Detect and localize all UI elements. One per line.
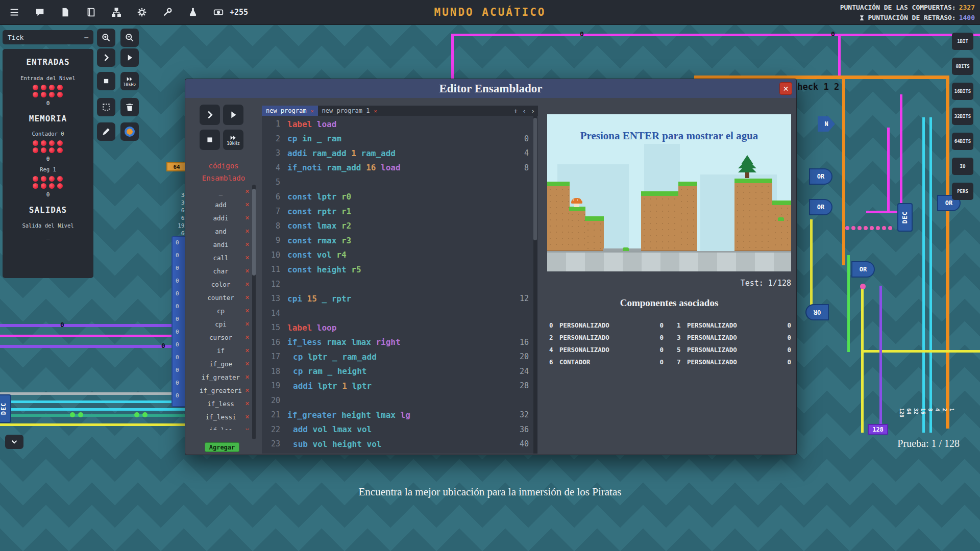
new-tab-button[interactable]: + xyxy=(514,107,518,115)
editor-tab[interactable]: new_program✕ xyxy=(262,106,318,116)
menu-icon[interactable] xyxy=(8,6,20,18)
asm-fast-forward-button[interactable]: 10kHz xyxy=(223,130,243,150)
code-line[interactable]: 13cpi 15 _ rptr12 xyxy=(262,291,538,306)
play-button[interactable] xyxy=(120,48,139,67)
opcode-item[interactable]: add✕ xyxy=(191,198,251,211)
delete-button[interactable] xyxy=(120,98,139,116)
remove-opcode-icon[interactable]: ✕ xyxy=(245,202,250,208)
code-line[interactable]: 24addi rptr 1 rptr44 xyxy=(262,452,538,454)
code-line[interactable]: 21if_greater height lmax lg32 xyxy=(262,408,538,422)
code-line[interactable]: 17cp lptr _ ram_add20 xyxy=(262,349,538,364)
opcode-item[interactable]: color✕ xyxy=(191,278,251,291)
opcode-item[interactable]: addi✕ xyxy=(191,211,251,224)
code-line[interactable]: 15label loop xyxy=(262,320,538,335)
register-led-display[interactable] xyxy=(33,176,64,189)
opcode-item[interactable]: if_less✕ xyxy=(191,397,251,410)
remove-opcode-icon[interactable]: ✕ xyxy=(245,321,250,328)
code-scrollbar[interactable] xyxy=(533,116,537,454)
assembly-code-editor[interactable]: 1label load2cp in _ ram03addi ram_add 1 … xyxy=(262,116,538,454)
input-led-display[interactable] xyxy=(33,85,64,97)
remove-opcode-icon[interactable]: ✕ xyxy=(245,361,250,367)
remove-opcode-icon[interactable]: ✕ xyxy=(245,228,250,235)
edit-button[interactable] xyxy=(97,122,115,141)
code-line[interactable]: 1label load xyxy=(262,117,538,132)
code-line[interactable]: 7const rptr r1 xyxy=(262,204,538,219)
hierarchy-icon[interactable] xyxy=(110,6,122,18)
asm-play-button[interactable] xyxy=(223,105,243,125)
opcode-item[interactable]: call✕ xyxy=(191,251,251,264)
code-line[interactable]: 6const lptr r0 xyxy=(262,190,538,205)
or-gate[interactable]: OR xyxy=(809,168,832,185)
code-line[interactable]: 16if_less rmax lmax right16 xyxy=(262,335,538,350)
zoom-out-button[interactable] xyxy=(120,29,139,47)
color-picker-button[interactable] xyxy=(120,122,139,141)
size-button-8bits[interactable]: 8BITS xyxy=(952,58,973,75)
code-line[interactable]: 14 xyxy=(262,306,538,321)
size-button-io[interactable]: IO xyxy=(952,158,973,175)
opcode-item[interactable]: if_greateri✕ xyxy=(191,384,251,397)
size-button-32bits[interactable]: 32BITS xyxy=(952,108,973,125)
opcode-item[interactable]: cursor✕ xyxy=(191,331,251,344)
remove-opcode-icon[interactable]: ✕ xyxy=(245,414,250,420)
chat-icon[interactable] xyxy=(34,6,46,18)
code-line[interactable]: 3addi ram_add 1 ram_add4 xyxy=(262,146,538,161)
step-button[interactable] xyxy=(97,48,115,67)
opcode-item[interactable]: if_goe✕ xyxy=(191,357,251,370)
remove-opcode-icon[interactable]: ✕ xyxy=(245,374,250,381)
code-line[interactable]: 10const vol r4 xyxy=(262,248,538,263)
remove-opcode-icon[interactable]: ✕ xyxy=(245,215,250,221)
remove-opcode-icon[interactable]: ✕ xyxy=(245,188,250,195)
remove-opcode-icon[interactable]: ✕ xyxy=(245,387,250,394)
or-gate[interactable]: OR xyxy=(851,261,875,278)
gear-icon[interactable] xyxy=(136,6,148,18)
code-line[interactable]: 12 xyxy=(262,277,538,292)
code-line[interactable]: 11const height r5 xyxy=(262,262,538,277)
opcode-list-scrollbar[interactable] xyxy=(252,185,256,439)
wrench-icon[interactable] xyxy=(161,6,174,18)
code-line[interactable]: 18cp ram _ height24 xyxy=(262,364,538,379)
remove-opcode-icon[interactable]: ✕ xyxy=(245,400,250,407)
money-icon[interactable] xyxy=(212,6,225,18)
size-button-16bits[interactable]: 16BITS xyxy=(952,83,973,100)
remove-opcode-icon[interactable]: ✕ xyxy=(245,427,250,430)
flask-icon[interactable] xyxy=(187,6,199,18)
close-modal-button[interactable]: ✕ xyxy=(779,82,792,95)
asm-step-button[interactable] xyxy=(200,105,220,125)
remove-opcode-icon[interactable]: ✕ xyxy=(245,268,250,274)
opcode-item[interactable]: andi✕ xyxy=(191,238,251,251)
next-tab-icon[interactable]: › xyxy=(531,107,535,115)
code-line[interactable]: 20 xyxy=(262,393,538,408)
stop-button[interactable] xyxy=(97,72,115,90)
code-line[interactable]: 5 xyxy=(262,175,538,190)
remove-opcode-icon[interactable]: ✕ xyxy=(245,255,250,261)
opcode-item[interactable]: char✕ xyxy=(191,264,251,278)
constant-128-component[interactable]: 128 xyxy=(868,424,888,435)
memory-component[interactable]: 64 3436646519264 0000000000000 xyxy=(166,162,187,171)
remove-opcode-icon[interactable]: ✕ xyxy=(245,347,250,354)
code-line[interactable]: 23sub vol height vol40 xyxy=(262,437,538,452)
zoom-in-button[interactable] xyxy=(97,29,115,47)
or-gate[interactable]: OR xyxy=(805,304,829,320)
remove-opcode-icon[interactable]: ✕ xyxy=(245,334,250,341)
opcode-item[interactable]: if✕ xyxy=(191,344,251,357)
or-gate[interactable]: OR xyxy=(809,199,832,215)
close-tab-icon[interactable]: ✕ xyxy=(374,108,377,114)
size-button-64bits[interactable]: 64BITS xyxy=(952,133,973,150)
remove-opcode-icon[interactable]: ✕ xyxy=(245,294,250,301)
opcode-item[interactable]: if_loe✕ xyxy=(191,423,251,430)
not-gate[interactable]: N xyxy=(818,116,835,132)
modal-titlebar[interactable]: Editor Ensamblador ✕ xyxy=(185,79,796,98)
code-line[interactable]: 22add vol lmax vol36 xyxy=(262,422,538,437)
code-line[interactable]: 2cp in _ ram0 xyxy=(262,132,538,146)
code-line[interactable]: 8const lmax r2 xyxy=(262,219,538,234)
counter-led-display[interactable] xyxy=(33,140,64,153)
code-line[interactable]: 9const rmax r3 xyxy=(262,233,538,248)
opcode-item[interactable]: cpi✕ xyxy=(191,317,251,331)
opcode-item[interactable]: counter✕ xyxy=(191,291,251,304)
select-area-button[interactable] xyxy=(97,98,115,116)
close-tab-icon[interactable]: ✕ xyxy=(310,108,313,114)
tick-window-header[interactable]: Tick – xyxy=(3,30,93,44)
code-line[interactable]: 19addi lptr 1 lptr28 xyxy=(262,379,538,393)
remove-opcode-icon[interactable]: ✕ xyxy=(245,308,250,314)
journal-icon[interactable] xyxy=(85,6,97,18)
